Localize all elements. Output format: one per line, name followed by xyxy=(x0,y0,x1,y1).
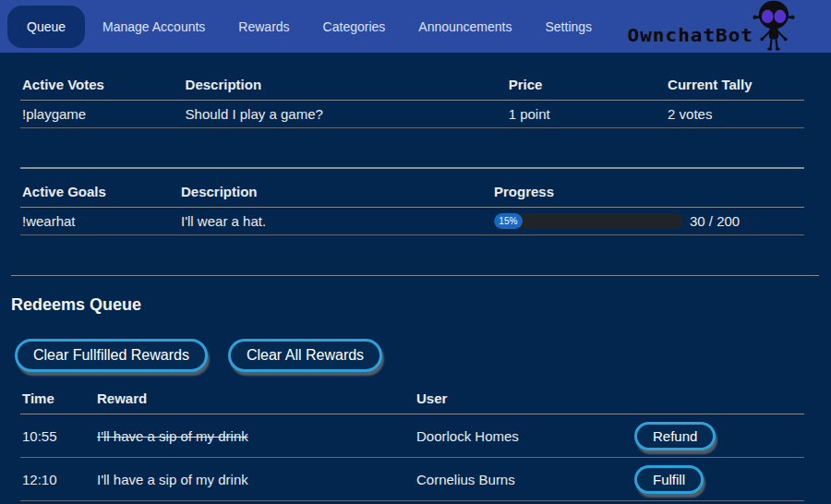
tab-categories[interactable]: Categories xyxy=(307,11,402,42)
progress-value-label: 30 / 200 xyxy=(690,213,740,229)
robot-mascot-icon xyxy=(750,0,798,52)
vote-description: Should I play a game? xyxy=(184,101,507,128)
active-goals-header-row: Active Goals Description Progress xyxy=(20,168,804,208)
redeems-col-action xyxy=(632,385,804,414)
goal-command: !wearhat xyxy=(20,208,179,235)
active-votes-table: Active Votes Description Price Current T… xyxy=(20,71,804,128)
fulfill-button[interactable]: Fulfill xyxy=(634,465,704,494)
redeems-queue-table: Time Reward User 10:55 I'll have a sip o… xyxy=(20,385,804,501)
redeem-reward: I'll have a sip of my drink xyxy=(95,458,415,501)
votes-col-description: Description xyxy=(184,71,507,101)
progress-bar-fill: 15% xyxy=(494,213,523,229)
tab-announcements[interactable]: Announcements xyxy=(403,11,527,42)
redeem-user: Doorlock Homes xyxy=(415,414,632,458)
goals-col-command: Active Goals xyxy=(20,168,179,208)
refund-button[interactable]: Refund xyxy=(634,422,716,450)
redeem-user: Cornelius Burns xyxy=(415,458,632,501)
table-row: 10:55 I'll have a sip of my drink Doorlo… xyxy=(20,414,804,458)
vote-tally: 2 votes xyxy=(666,101,804,128)
table-row: !playgame Should I play a game? 1 point … xyxy=(20,101,804,128)
vote-price: 1 point xyxy=(507,101,666,128)
votes-col-command: Active Votes xyxy=(20,71,184,101)
tab-manage-accounts[interactable]: Manage Accounts xyxy=(87,11,221,42)
redeems-actions: Clear Fullfilled Rewards Clear All Rewar… xyxy=(15,339,820,372)
redeems-col-user: User xyxy=(415,385,632,414)
main-content: Active Votes Description Price Current T… xyxy=(0,53,831,501)
vote-command: !playgame xyxy=(20,101,184,128)
tab-settings[interactable]: Settings xyxy=(529,11,608,42)
redeems-col-time: Time xyxy=(20,385,95,414)
goals-col-description: Description xyxy=(179,168,492,208)
redeem-time: 10:55 xyxy=(20,414,95,458)
section-divider xyxy=(11,275,819,276)
brand-name: OwnchatBot xyxy=(628,28,753,45)
active-goals-table: Active Goals Description Progress !wearh… xyxy=(20,167,804,235)
votes-col-price: Price xyxy=(507,71,666,101)
tab-queue[interactable]: Queue xyxy=(7,6,85,48)
brand-logo: OwnchatBot xyxy=(628,0,798,53)
clear-fulfilled-rewards-button[interactable]: Clear Fullfilled Rewards xyxy=(15,339,208,372)
redeems-header-row: Time Reward User xyxy=(20,385,804,414)
page-title: Redeems Queue xyxy=(11,295,820,315)
redeem-time: 12:10 xyxy=(20,458,95,501)
redeem-reward: I'll have a sip of my drink xyxy=(95,414,415,458)
active-votes-header-row: Active Votes Description Price Current T… xyxy=(20,71,804,101)
table-row: 12:10 I'll have a sip of my drink Cornel… xyxy=(20,458,804,501)
goals-col-progress: Progress xyxy=(492,168,804,208)
goal-progress: 15% 30 / 200 xyxy=(494,213,802,229)
table-row: !wearhat I'll wear a hat. 15% 30 / 200 xyxy=(20,208,804,235)
tab-rewards[interactable]: Rewards xyxy=(223,11,305,42)
progress-bar-track: 15% xyxy=(494,213,683,229)
goal-description: I'll wear a hat. xyxy=(179,208,492,235)
clear-all-rewards-button[interactable]: Clear All Rewards xyxy=(228,339,382,372)
redeems-col-reward: Reward xyxy=(95,385,415,414)
top-navbar: Queue Manage Accounts Rewards Categories… xyxy=(0,0,831,53)
votes-col-tally: Current Tally xyxy=(666,71,804,101)
